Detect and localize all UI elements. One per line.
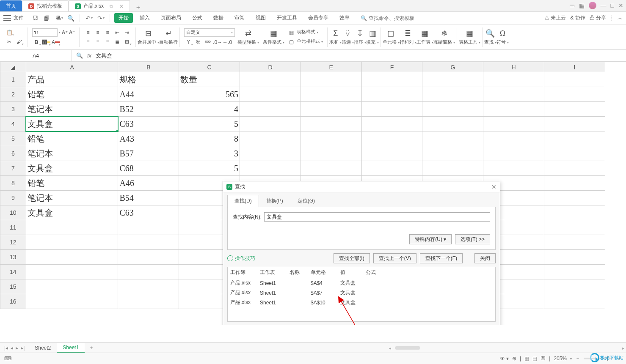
close-tab-icon[interactable]: ✕ <box>119 3 124 9</box>
table-style-button[interactable]: ▦表格样式 ▾ <box>287 29 323 36</box>
cell[interactable] <box>544 72 605 87</box>
zoom-out-icon[interactable]: － <box>575 355 580 362</box>
row-header[interactable]: 14 <box>0 265 26 279</box>
cell[interactable]: 5 <box>179 117 240 131</box>
close-find-button[interactable]: 关闭 <box>474 253 496 263</box>
align-right-icon[interactable]: ≡ <box>103 38 112 46</box>
filter-button[interactable]: ⍢筛选 ▾ <box>342 29 354 45</box>
cell[interactable] <box>301 161 361 176</box>
cell[interactable] <box>26 235 118 250</box>
menu-review[interactable]: 审阅 <box>230 13 249 23</box>
eye-icon[interactable]: 👁 ▾ <box>500 356 509 361</box>
row-header[interactable]: 1 <box>0 72 26 87</box>
cell[interactable]: 8 <box>179 131 240 146</box>
border-icon[interactable]: ⊞▾ <box>123 38 131 46</box>
sheet-nav-next[interactable]: ▸ <box>16 345 18 351</box>
find-all-button[interactable]: 查找全部(I) <box>334 253 370 263</box>
cell[interactable] <box>240 72 301 87</box>
command-search[interactable] <box>369 15 428 21</box>
cell[interactable]: 规格 <box>118 72 179 87</box>
cell[interactable] <box>422 161 483 176</box>
row-header[interactable]: 2 <box>0 87 26 102</box>
type-convert-button[interactable]: ⇄类型转换 ▾ <box>237 29 259 45</box>
cell[interactable] <box>422 131 483 146</box>
row-header[interactable]: 4 <box>0 117 26 131</box>
cell[interactable] <box>422 72 483 87</box>
cell[interactable] <box>301 102 361 117</box>
cell[interactable]: 铅笔 <box>26 176 118 191</box>
redo-icon[interactable]: ↷▾ <box>96 14 105 23</box>
undo-icon[interactable]: ↶▾ <box>84 14 94 23</box>
cell[interactable]: 笔记本 <box>26 102 118 117</box>
options-button[interactable]: 选项(T) >> <box>455 234 490 244</box>
more-icon[interactable]: ┊ <box>610 15 613 21</box>
cell[interactable] <box>483 131 544 146</box>
menu-icon[interactable] <box>3 15 11 21</box>
percent-icon[interactable]: % <box>194 38 202 46</box>
cell[interactable] <box>240 87 301 102</box>
cell[interactable] <box>361 117 422 131</box>
cell[interactable] <box>361 87 422 102</box>
cell[interactable]: 5 <box>179 161 240 176</box>
cell[interactable]: B54 <box>118 191 179 205</box>
cell[interactable] <box>422 146 483 161</box>
special-button[interactable]: 特殊内容(U) ▾ <box>409 234 452 244</box>
save-as-icon[interactable]: 🗐 <box>42 14 52 23</box>
col-header[interactable]: G <box>422 62 483 72</box>
cell[interactable]: B57 <box>118 146 179 161</box>
center-icon[interactable]: ⊕ <box>512 356 516 361</box>
save-icon[interactable]: 🖫 <box>30 14 40 23</box>
cell[interactable] <box>544 235 605 250</box>
menu-view[interactable]: 视图 <box>251 13 270 23</box>
sheet-nav-last[interactable]: ▸| <box>21 345 25 351</box>
cell[interactable] <box>118 235 179 250</box>
cell[interactable]: A44 <box>118 87 179 102</box>
col-header[interactable]: B <box>118 62 179 72</box>
cell[interactable] <box>26 279 118 294</box>
find-button[interactable]: 🔍查找 ▾ <box>484 29 496 45</box>
cond-format-button[interactable]: ▦条件格式 ▾ <box>263 29 284 45</box>
menu-layout[interactable]: 页面布局 <box>157 13 185 23</box>
row-header[interactable]: 7 <box>0 161 26 176</box>
cell[interactable] <box>422 117 483 131</box>
find-prev-button[interactable]: 查找上一个(V) <box>373 253 416 263</box>
cell[interactable] <box>361 131 422 146</box>
cell[interactable]: C68 <box>118 161 179 176</box>
formula-bar[interactable]: 文具盒 <box>96 52 112 60</box>
cell[interactable] <box>361 72 422 87</box>
cell[interactable] <box>544 191 605 205</box>
cut-icon[interactable]: ✂ <box>5 38 14 46</box>
cell[interactable] <box>422 102 483 117</box>
indent-inc-icon[interactable]: ⇥ <box>123 29 131 36</box>
cell[interactable] <box>544 176 605 191</box>
goto-tab[interactable]: 定位(G) <box>290 195 322 207</box>
tips-link[interactable]: 操作技巧 <box>227 255 255 262</box>
cell[interactable] <box>361 146 422 161</box>
cloud-button[interactable]: △ 未上云 <box>544 14 566 22</box>
cell[interactable]: 文具盒 <box>26 205 118 220</box>
coop-button[interactable]: & 协作 <box>570 14 585 22</box>
cell[interactable] <box>361 102 422 117</box>
doke-tab[interactable]: D找稻壳模板 <box>22 0 69 11</box>
col-header[interactable]: C <box>179 62 240 72</box>
sheet-nav-first[interactable]: |◂ <box>4 345 8 351</box>
restore-icon[interactable]: ⧉ <box>110 4 113 9</box>
cell[interactable]: 笔记本 <box>26 191 118 205</box>
currency-icon[interactable]: ¥▾ <box>184 38 193 46</box>
cell[interactable] <box>422 87 483 102</box>
row-header[interactable]: 10 <box>0 205 26 220</box>
cell[interactable]: 文具盒 <box>26 117 118 131</box>
cell-button[interactable]: ▢单元格 ▾ <box>383 29 400 45</box>
cell[interactable] <box>483 87 544 102</box>
find-input[interactable] <box>264 212 490 222</box>
cell[interactable] <box>544 102 605 117</box>
col-header[interactable]: H <box>483 62 544 72</box>
view-break-icon[interactable]: 凹 <box>541 355 546 362</box>
cell[interactable] <box>240 161 301 176</box>
sheet-tab[interactable]: Sheet2 <box>29 344 57 352</box>
print-icon[interactable]: 🖶▾ <box>54 14 63 23</box>
cell[interactable] <box>26 294 118 309</box>
row-header[interactable]: 15 <box>0 279 26 294</box>
cell[interactable] <box>544 87 605 102</box>
menu-data[interactable]: 数据 <box>209 13 228 23</box>
